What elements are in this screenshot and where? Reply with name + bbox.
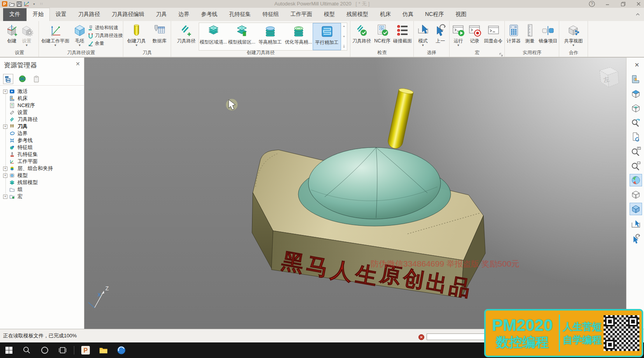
task-view-icon[interactable] [54,342,72,358]
rb-calculator[interactable]: 计算器 [505,22,523,51]
file-explorer-icon[interactable] [94,342,112,358]
tree-item-models[interactable]: + 模型 [0,172,84,179]
tree-item-feature-groups[interactable]: 特征组 [0,144,84,151]
rb-tool-database[interactable]: 数据库 [149,22,170,51]
tree-item-macros[interactable]: + 宏 [0,193,84,200]
tree-item-setup[interactable]: 设置 [0,109,84,116]
expand-icon[interactable]: + [3,90,7,94]
tab-start[interactable]: 开始 [26,8,50,21]
view-cube[interactable]: 左 [600,67,619,87]
select-undo-icon[interactable] [630,232,642,245]
tab-nc-program[interactable]: NC程序 [419,8,450,21]
tab-setup[interactable]: 设置 [50,8,72,21]
tree-item-tools[interactable]: + 刀具 [0,123,84,130]
tree-item-stock-models[interactable]: 残留模型 [0,179,84,186]
machine-simulation-icon[interactable] [630,73,642,86]
rb-create[interactable]: 创建 [5,22,19,51]
zoom-to-fit-icon[interactable] [630,145,642,158]
plot-icon[interactable] [24,1,30,7]
rb-mirror-project[interactable]: 镜像项目 [537,22,559,51]
rb-toolpath[interactable]: 刀具路径 [174,22,199,51]
rb-setup[interactable]: 设置 ▼ [19,22,34,51]
tree-item-toolpaths[interactable]: 刀具路径 [0,116,84,123]
tree-item-workplanes[interactable]: 工作平面 [0,158,84,165]
rb-create-tool[interactable]: 创建刀具 ▼ [124,22,149,51]
redraw-icon[interactable] [630,131,642,143]
tab-feature-group[interactable]: 特征组 [257,8,285,21]
expand-icon[interactable]: + [3,174,7,178]
globe-icon[interactable] [17,74,27,84]
browser-app-icon[interactable] [112,342,130,358]
tab-machine[interactable]: 机床 [374,8,397,21]
tab-hole-feature-set[interactable]: 孔特征集 [223,8,257,21]
rb-measure[interactable]: 测量 [523,22,537,51]
zoom-box-icon[interactable] [630,160,642,172]
tab-view[interactable]: 视图 [450,8,472,21]
more-strategies-icon[interactable]: ▾ [343,45,345,49]
rb-macro-record[interactable]: 记录 [467,22,483,51]
scroll-up-icon[interactable]: ▴ [343,25,345,28]
cortana-icon[interactable] [36,342,54,358]
tab-workplane[interactable]: 工作平面 [285,8,318,21]
rb-constant-z[interactable]: 等高精加工 [256,23,284,50]
rb-feeds[interactable]: 进给和转速 [88,25,123,31]
rb-optimised-constant-z[interactable]: 优化等高精... [284,23,313,50]
rb-collision-section[interactable]: !!! 碰撞截面 [392,22,413,51]
start-button-icon[interactable] [0,342,18,358]
tab-file[interactable]: 文件 [3,8,26,21]
rb-select-mode[interactable]: 模式 ▼ [414,22,432,51]
rb-toolpath-connections[interactable]: 刀具路径连接 [88,32,123,39]
rb-select-previous[interactable]: 上一 [432,22,449,51]
open-icon[interactable] [9,1,15,7]
strategy-scroll[interactable]: ▴ ▾ ▾ [341,23,347,50]
tree-item-boundaries[interactable]: 边界 [0,130,84,137]
expand-icon[interactable]: + [3,195,7,199]
scroll-down-icon[interactable]: ▾ [343,35,345,38]
rb-model-area-clearance[interactable]: 模型区域清... [199,23,228,50]
qat-customize-icon[interactable]: ⸬ [38,1,44,7]
shaded-view-icon[interactable] [630,174,642,186]
restore-button[interactable] [620,1,626,7]
taskbar-search-icon[interactable] [18,342,36,358]
help-button[interactable]: ? [589,1,595,7]
tree-item-hole-feature-sets[interactable]: 孔特征集 [0,151,84,158]
tab-toolpath-edit[interactable]: 刀具路径编辑 [106,8,150,21]
tab-tool[interactable]: 刀具 [150,8,173,21]
tab-model[interactable]: 模型 [318,8,341,21]
view-toolbar-close-icon[interactable]: ✕ [634,61,639,68]
expand-icon[interactable]: + [3,125,7,129]
qat-dropdown-icon[interactable]: ▾ [31,1,37,7]
ribbon-collapse-icon[interactable] [635,11,641,16]
wireframe-view-icon[interactable] [630,188,642,201]
view-orientation-icon[interactable] [630,102,642,114]
select-box-icon[interactable] [630,218,642,230]
rb-raster-finishing[interactable]: 平行精加工 [313,23,341,50]
rb-thickness[interactable]: 余量 [88,40,123,47]
tree-item-levels-and-sets[interactable]: + 层、组合和夹持 [0,165,84,172]
tree-item-activate[interactable]: + 激活 [0,88,84,95]
minimize-button[interactable] [604,1,611,7]
tree-item-machine-tool[interactable]: 机床 [0,95,84,102]
refresh-view-icon[interactable] [630,116,642,129]
tab-simulation[interactable]: 仿真 [397,8,419,21]
close-button[interactable] [635,1,642,7]
tab-pattern[interactable]: 参考线 [195,8,223,21]
rb-echo-commands[interactable]: 回显命令 [483,22,504,51]
tree-item-groups[interactable]: 组 [0,186,84,193]
tab-toolpath[interactable]: 刀具路径 [72,8,106,21]
iso-view-icon[interactable] [630,88,642,100]
rb-verify-toolpath[interactable]: 刀具路径 [350,22,373,51]
expand-icon[interactable]: + [3,167,7,171]
rb-block[interactable]: 毛坯 ▼ [72,22,88,51]
rb-macro-run[interactable]: 运行 ▼ [450,22,467,51]
rb-create-workplane[interactable]: 创建工作平面 ▼ [39,22,72,51]
graphics-viewport[interactable]: 黑马人生 原创出品 防伪微信334864699 举报盗版 奖励500元 左 Z … [84,57,626,329]
translucent-view-icon[interactable] [630,203,642,215]
rb-share-view[interactable]: 共享视图 ▼ [562,22,586,51]
rb-model-rest-area[interactable]: 模型残留区... [228,23,256,50]
progress-cancel-icon[interactable]: ✕ [418,334,424,340]
tree-item-nc-programs[interactable]: G NC程序 [0,102,84,109]
tree-view-icon[interactable] [3,74,13,84]
taskbar-powermill-icon[interactable]: P [77,342,94,358]
tab-boundary[interactable]: 边界 [173,8,195,21]
